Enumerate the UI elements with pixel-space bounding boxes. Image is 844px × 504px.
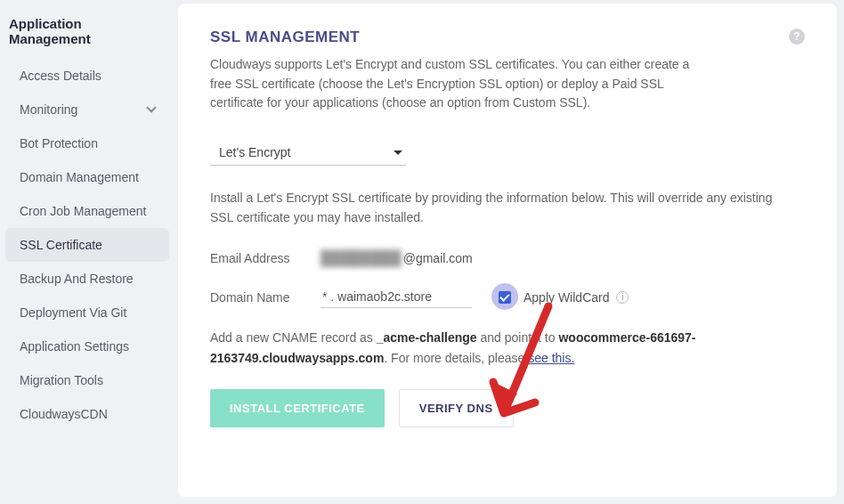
sidebar-item-migration-tools[interactable]: Migration Tools: [5, 363, 169, 397]
verify-dns-button[interactable]: VERIFY DNS: [399, 389, 514, 427]
sidebar-item-label: Monitoring: [20, 102, 77, 117]
info-icon[interactable]: i: [616, 291, 629, 304]
help-icon[interactable]: ?: [789, 28, 805, 45]
ssl-type-select[interactable]: Let's Encrypt: [210, 138, 406, 166]
sidebar-item-label: Cron Job Management: [20, 204, 146, 218]
sidebar-item-bot-protection[interactable]: Bot Protection: [5, 126, 169, 160]
caret-down-icon: [394, 150, 402, 155]
domain-input[interactable]: [321, 286, 472, 308]
button-row: INSTALL CERTIFICATE VERIFY DNS: [210, 389, 805, 427]
sidebar-item-backup-and-restore[interactable]: Backup And Restore: [5, 262, 169, 296]
sidebar-title: Application Management: [0, 11, 174, 59]
sidebar-item-application-settings[interactable]: Application Settings: [5, 329, 169, 363]
wildcard-checkbox[interactable]: [499, 291, 511, 304]
sidebar-item-label: Access Details: [20, 69, 101, 83]
chevron-down-icon: [146, 102, 156, 112]
sidebar-item-label: Backup And Restore: [20, 272, 134, 286]
sidebar-item-label: Deployment Via Git: [20, 305, 126, 320]
cname-suffix: . For more details, please: [384, 351, 528, 365]
sidebar-item-ssl-certificate[interactable]: SSL Certificate: [5, 228, 169, 262]
arrow-annotation-icon: [468, 297, 566, 458]
wildcard-label: Apply WildCard: [523, 290, 609, 305]
sidebar-item-cloudwayscdn[interactable]: CloudwaysCDN: [5, 397, 169, 431]
ssl-type-value: Let's Encrypt: [219, 145, 291, 159]
main-panel: ? SSL MANAGEMENT Cloudways supports Let'…: [178, 4, 837, 497]
wildcard-checkbox-wrap[interactable]: Apply WildCard i: [499, 290, 629, 305]
sidebar-item-label: Domain Management: [20, 170, 139, 184]
install-certificate-button[interactable]: INSTALL CERTIFICATE: [210, 389, 385, 427]
email-field-row: Email Address ████████ @gmail.com: [210, 250, 805, 266]
cname-prefix: Add a new CNAME record as: [210, 330, 377, 345]
sidebar-item-label: Application Settings: [20, 339, 129, 354]
sidebar-item-access-details[interactable]: Access Details: [5, 59, 169, 93]
email-masked-value: ████████: [321, 250, 402, 266]
page-description: Cloudways supports Let's Encrypt and cus…: [210, 55, 709, 113]
install-instructions: Install a Let's Encrypt SSL certificate …: [210, 189, 780, 227]
sidebar-item-label: Bot Protection: [20, 136, 98, 150]
sidebar-item-domain-management[interactable]: Domain Management: [5, 160, 169, 194]
sidebar-item-label: Migration Tools: [20, 373, 103, 387]
sidebar-item-deployment-via-git[interactable]: Deployment Via Git: [5, 296, 169, 329]
sidebar-item-label: CloudwaysCDN: [20, 407, 108, 421]
cname-record: _acme-challenge: [377, 330, 477, 345]
sidebar-item-monitoring[interactable]: Monitoring: [5, 93, 169, 126]
cname-mid: and point it to: [477, 330, 559, 345]
email-label: Email Address: [210, 251, 321, 265]
see-this-link[interactable]: see this.: [528, 351, 574, 365]
email-suffix: @gmail.com: [402, 251, 473, 265]
domain-field-row: Domain Name Apply WildCard i: [210, 286, 805, 308]
sidebar-item-cron-job-management[interactable]: Cron Job Management: [5, 194, 169, 228]
domain-label: Domain Name: [210, 290, 321, 305]
page-title: SSL MANAGEMENT: [210, 28, 805, 46]
cname-instructions: Add a new CNAME record as _acme-challeng…: [210, 328, 780, 368]
sidebar-item-label: SSL Certificate: [20, 238, 102, 252]
sidebar: Application Management Access DetailsMon…: [0, 0, 174, 504]
